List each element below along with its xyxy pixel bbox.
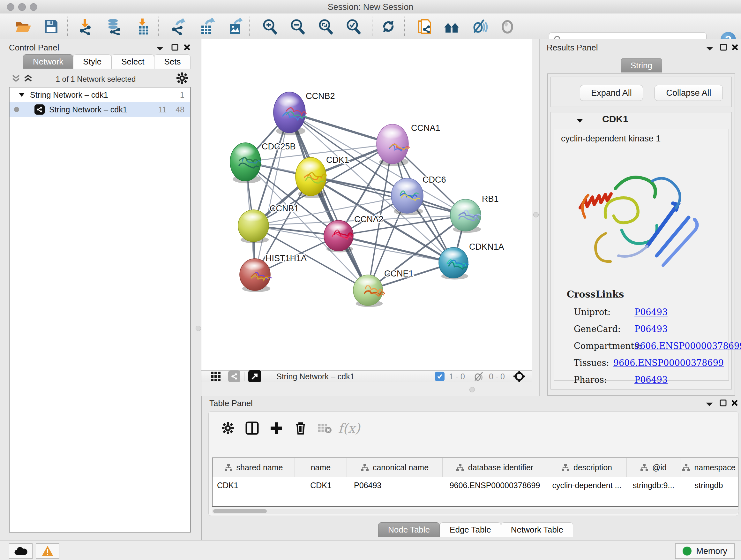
tab-network-table[interactable]: Network Table [501,522,573,537]
string-network-icon [35,105,45,115]
cloud-button[interactable] [9,543,32,559]
control-panel-title: Control Panel [9,43,59,53]
toolbar-separator [249,17,250,36]
float-panel-icon[interactable] [720,44,727,51]
cell-id[interactable]: stringdb:9... [627,477,680,493]
right-splitter[interactable] [532,39,540,396]
network-node-ccnb1[interactable] [238,210,269,243]
network-node-ccna2[interactable] [324,220,353,253]
network-graph[interactable]: CCNB2CCNA1CDC25BCDK1CDC6RB1CCNB1CCNA2CDK… [201,39,532,370]
network-edge[interactable] [255,112,289,274]
select-columns-icon[interactable] [243,419,262,438]
tab-select[interactable]: Select [111,54,154,69]
tab-style[interactable]: Style [73,54,111,69]
save-session-icon[interactable] [42,17,60,36]
float-panel-icon[interactable] [171,44,179,51]
close-panel-icon[interactable] [731,44,739,51]
table-settings-gear-icon[interactable] [218,419,238,438]
add-column-icon[interactable] [267,419,286,438]
scrollbar-thumb[interactable] [213,509,267,513]
zoom-out-icon[interactable] [288,17,307,36]
tab-string[interactable]: String [621,58,662,72]
close-panel-icon[interactable] [731,399,738,407]
network-node-ccna1[interactable] [377,124,409,166]
memory-button[interactable]: Memory [675,543,735,559]
cell-database-identifier[interactable]: 9606.ENSP00000378699 [443,477,547,493]
gear-icon[interactable] [176,72,188,84]
panel-menu-icon[interactable] [705,401,714,407]
tab-sets[interactable]: Sets [154,54,191,69]
share-document-icon[interactable] [415,17,433,36]
left-splitter-handle[interactable] [196,326,201,331]
zoom-selected-icon[interactable] [344,17,362,36]
horizontal-scrollbar[interactable] [212,509,738,514]
crosslink-value[interactable]: P06493 [634,375,668,385]
network-node-ccne1[interactable] [353,275,384,307]
horizontal-splitter-handle[interactable] [469,387,475,392]
column-header[interactable]: shared name [212,458,295,477]
refresh-icon[interactable] [380,17,397,36]
delete-column-icon[interactable] [291,419,310,438]
cell-description[interactable]: cyclin-dependent ... [547,477,627,493]
network-row-selected[interactable]: String Network – cdk1 11 48 [10,102,190,117]
float-panel-icon[interactable] [719,399,727,407]
import-network-database-icon[interactable] [105,17,123,36]
collapse-all-icon[interactable] [11,74,20,83]
tab-network[interactable]: Network [23,54,73,69]
close-panel-icon[interactable] [183,44,191,51]
column-header[interactable]: name [295,458,347,477]
network-node-ccnb2[interactable] [273,92,307,135]
crosslink-value[interactable]: P06493 [634,307,668,317]
network-edge[interactable] [339,236,454,263]
open-in-new-icon[interactable] [248,370,261,383]
network-node-rb1[interactable] [450,199,481,233]
selected-checkbox-icon[interactable] [435,372,445,381]
entry-expander-icon[interactable] [576,118,584,123]
string-style-icon[interactable] [228,370,240,382]
column-header[interactable]: canonical name [347,458,443,477]
cell-shared-name[interactable]: CDK1 [212,477,295,493]
export-network-icon[interactable] [170,17,188,36]
column-header[interactable]: @id [627,458,680,477]
crosshair-icon[interactable] [513,370,526,383]
expand-all-button[interactable]: Expand All [580,85,643,101]
crosslink-value[interactable]: 9606.ENSP00000378699 [634,341,741,351]
tab-node-table[interactable]: Node Table [378,522,440,537]
column-header[interactable]: description [547,458,627,477]
column-header[interactable]: namespace [680,458,737,477]
network-canvas[interactable]: CCNB2CCNA1CDC25BCDK1CDC6RB1CCNB1CCNA2CDK… [201,39,532,370]
home-icon[interactable] [443,17,461,36]
network-node-cdk1[interactable] [295,158,327,198]
birdseye-grid-icon[interactable] [210,371,221,382]
crosslink-value[interactable]: 9606.ENSP00000378699 [613,358,724,368]
table-row[interactable]: CDK1 CDK1 P06493 9606.ENSP00000378699 cy… [212,477,738,493]
collapse-all-button[interactable]: Collapse All [655,85,723,101]
export-table-icon[interactable] [199,17,216,36]
cell-canonical-name[interactable]: P06493 [347,477,443,493]
expand-all-icon[interactable] [23,74,32,83]
export-image-icon[interactable] [226,17,245,36]
panel-menu-icon[interactable] [705,46,714,51]
tab-edge-table[interactable]: Edge Table [440,522,501,537]
open-session-icon[interactable] [14,17,32,36]
zoom-fit-icon[interactable] [317,17,334,36]
network-node-cdc25b[interactable] [230,143,261,183]
panel-menu-icon[interactable] [156,46,164,51]
show-eye-icon[interactable] [498,17,516,36]
column-header[interactable]: database identifier [443,458,547,477]
cell-namespace[interactable]: stringdb [680,477,737,493]
hide-glasses-icon[interactable] [471,17,488,36]
zoom-in-icon[interactable] [261,17,279,36]
warnings-button[interactable] [36,543,59,559]
network-node-cdc6[interactable] [391,178,423,215]
tree-expander-icon[interactable] [18,92,25,97]
network-edge[interactable] [289,112,368,290]
right-splitter-handle[interactable] [533,212,539,217]
network-node-cdkn1a[interactable] [439,247,468,280]
cell-name[interactable]: CDK1 [295,477,347,493]
network-node-hist1h1a[interactable] [240,259,271,292]
crosslink-value[interactable]: P06493 [634,324,668,334]
import-network-file-icon[interactable] [76,17,93,36]
network-collection-row[interactable]: String Network – cdk1 1 [10,87,190,102]
import-table-icon[interactable] [134,17,152,36]
